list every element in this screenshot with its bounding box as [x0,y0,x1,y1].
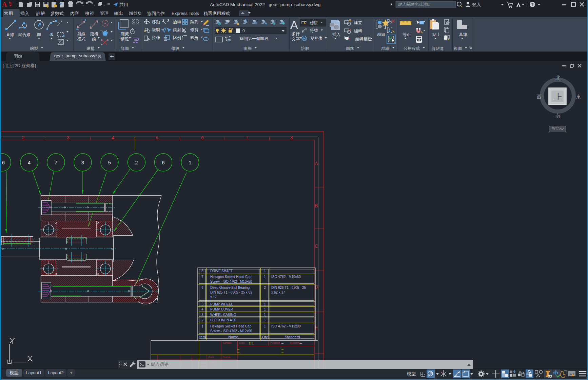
svg-text:A: A [2,1,7,8]
svg-text:7: 7 [246,135,249,140]
svg-text:4: 4 [201,307,203,311]
svg-text:6: 6 [162,160,164,165]
svg-text:Deep Groove Ball Bearing -: Deep Groove Ball Bearing - [210,286,252,289]
svg-text:Hexagon Socket Head Cap: Hexagon Socket Head Cap [210,275,252,279]
svg-text:1:1: 1:1 [249,341,254,345]
svg-text:1: 1 [264,302,266,306]
svg-text:7: 7 [55,160,57,165]
svg-text:–: – [281,350,284,354]
svg-text:PUMP COVER: PUMP COVER [210,307,233,311]
svg-text:DRIVE SHAFT: DRIVE SHAFT [210,269,233,273]
svg-text:4: 4 [112,135,114,140]
svg-text:x 17: x 17 [210,295,217,299]
svg-text:Item: Item [198,335,205,339]
svg-text:Screw - ISO 4762 - M12x90: Screw - ISO 4762 - M12x90 [210,329,252,333]
svg-text:–: – [281,341,284,345]
svg-text:A: A [305,27,307,31]
svg-text:8: 8 [290,135,293,140]
svg-text:–: – [300,341,302,345]
svg-text:1: 1 [264,324,266,328]
svg-text:ISO 4762 - M10x60: ISO 4762 - M10x60 [271,275,301,279]
svg-text:東: 東 [576,94,581,99]
svg-text:0: 0 [242,28,245,33]
svg-text:Surface: Surface [222,341,232,344]
svg-text:C: C [315,243,318,249]
svg-text:A: A [315,161,318,166]
svg-text:Qty: Qty [262,335,268,339]
svg-text:1: 1 [264,313,266,317]
svg-text:5: 5 [201,302,203,306]
svg-text:共用: 共用 [119,2,128,7]
svg-text:1: 1 [264,275,266,279]
svg-text:3: 3 [81,160,84,165]
svg-text:DIN 625 T1 - 6305 - 25: DIN 625 T1 - 6305 - 25 [271,286,306,289]
svg-text:Scale: Scale [238,341,246,344]
svg-text:鍵入關鍵字或詞組: 鍵入關鍵字或詞組 [398,2,431,7]
svg-text:–: – [237,350,240,354]
svg-text:6: 6 [201,135,204,140]
svg-text:4: 4 [28,160,31,165]
svg-text:M: M [9,1,12,4]
svg-text:Standard: Standard [285,335,300,339]
svg-text:南: 南 [555,113,560,118]
svg-text:?: ? [531,2,534,7]
svg-text:3: 3 [201,313,203,317]
svg-text:6: 6 [201,286,203,289]
svg-text:北: 北 [555,75,560,80]
svg-text:2: 2 [264,286,266,289]
svg-text:1: 1 [189,160,191,165]
svg-text:ISO 4762 - M12x90: ISO 4762 - M12x90 [271,324,301,328]
svg-text:西: 西 [537,94,542,99]
svg-text:!: ! [574,373,574,376]
svg-text:上: 上 [554,92,563,102]
svg-text:A-A: A-A [133,21,138,24]
svg-text:3: 3 [67,135,70,140]
svg-text:7: 7 [201,275,203,279]
svg-text:Hexagon Socket Head Cap: Hexagon Socket Head Cap [210,324,252,328]
svg-text:WHEEL CASING: WHEEL CASING [210,313,236,317]
svg-text:6: 6 [2,160,5,165]
svg-text:B: B [315,203,318,208]
svg-text:1: 1 [264,318,266,322]
svg-text:1: 1 [201,324,203,328]
svg-text:2: 2 [22,135,25,140]
svg-text:Position: Position [270,341,280,344]
svg-text:5: 5 [108,160,111,165]
svg-text:1: 1 [264,269,266,273]
svg-text:1: 1 [264,307,266,311]
svg-text:DIN 625 T1 - 6305 - 25 x 62: DIN 625 T1 - 6305 - 25 x 62 [210,291,252,294]
svg-text:PUMP WHEEL: PUMP WHEEL [210,302,233,306]
svg-text:x 62 x 17: x 62 x 17 [271,291,285,294]
svg-text:登入: 登入 [472,2,481,7]
svg-text:2: 2 [135,160,138,165]
svg-text:Name: Name [228,335,238,339]
svg-text:Date: Date [208,356,214,359]
svg-text:5: 5 [156,135,158,140]
svg-text:2: 2 [201,318,203,322]
svg-text:BOTTOM PLATE: BOTTOM PLATE [210,318,236,322]
svg-text:Quantity: Quantity [290,341,300,344]
svg-text:8: 8 [201,269,203,273]
svg-text:Screw - ISO 4762 - M10x60: Screw - ISO 4762 - M10x60 [210,280,252,283]
svg-text:Name: Name [223,356,231,359]
